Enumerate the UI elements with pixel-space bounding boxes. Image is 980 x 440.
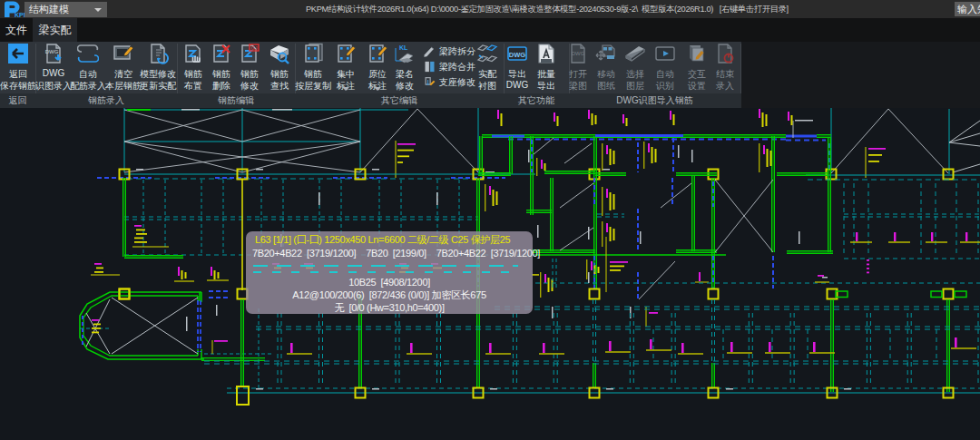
svg-text:DWG: DWG [572, 51, 585, 56]
svg-text:GJ: GJ [250, 45, 257, 51]
svg-text:DWG: DWG [509, 51, 525, 59]
svg-text:KL: KL [399, 44, 408, 51]
svg-text:DWG: DWG [45, 49, 59, 54]
